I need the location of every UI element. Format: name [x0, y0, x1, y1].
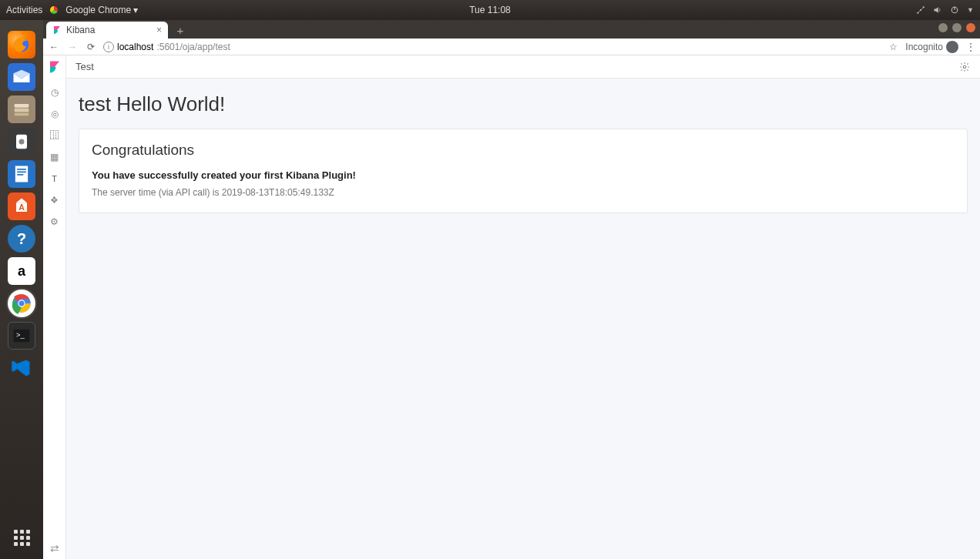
tab-close-icon[interactable]: × [156, 25, 162, 35]
site-info-icon[interactable]: i [103, 42, 114, 52]
volume-icon [933, 5, 942, 15]
svg-rect-7 [15, 109, 29, 112]
address-bar[interactable]: i localhost:5601/oja/app/test [103, 42, 883, 52]
svg-rect-12 [17, 169, 26, 170]
chrome-window: Kibana × + ← → ⟳ i localhost:5601/oja/ap… [43, 20, 980, 559]
nav-management[interactable]: ⚙ [49, 216, 61, 228]
tab-strip: Kibana × + [43, 20, 980, 38]
window-maximize[interactable] [952, 23, 962, 32]
nav-forward-button[interactable]: → [66, 42, 79, 52]
svg-rect-13 [17, 172, 26, 173]
activities-button[interactable]: Activities [6, 5, 42, 15]
svg-text:>_: >_ [16, 331, 25, 339]
power-icon [950, 5, 959, 15]
svg-point-19 [19, 301, 25, 306]
tab-title: Kibana [66, 25, 95, 35]
dock-files[interactable] [8, 95, 35, 123]
panel-server-time: The server time (via API call) is 2019-0… [92, 187, 955, 198]
url-host: localhost [117, 42, 153, 52]
dock-firefox[interactable] [8, 31, 35, 59]
clock[interactable]: Tue 11:08 [469, 5, 511, 15]
svg-point-10 [19, 139, 25, 145]
nav-recent[interactable]: ◷ [49, 86, 61, 99]
svg-point-22 [963, 65, 966, 69]
kibana-logo[interactable] [43, 55, 66, 79]
incognito-label: Incognito [905, 42, 943, 52]
chevron-down-icon: ▼ [967, 6, 974, 14]
nav-back-button[interactable]: ← [48, 42, 60, 52]
url-path: :5601/oja/app/test [156, 42, 230, 52]
dock-terminal[interactable]: >_ [8, 322, 35, 350]
chrome-menu-button[interactable]: ⋮ [966, 42, 975, 52]
page-title: test Hello World! [79, 92, 968, 116]
dock-chrome[interactable] [8, 290, 35, 317]
nav-visualize[interactable]: ⿲ [49, 129, 61, 142]
panel-title: Congratulations [92, 142, 955, 159]
dock-help[interactable]: ? [8, 225, 35, 253]
new-tab-button[interactable]: + [173, 22, 188, 38]
bookmark-star-icon[interactable]: ☆ [889, 42, 898, 52]
kibana-body: test Hello World! Congratulations You ha… [66, 79, 980, 559]
kibana-logo-icon [48, 60, 62, 74]
kibana-app: ◷ ◎ ⿲ ▦ T ❖ ⚙ ⇄ Test [43, 55, 980, 559]
window-minimize[interactable] [938, 23, 948, 32]
kibana-breadcrumb-bar: Test [66, 55, 980, 79]
dock-thunderbird[interactable] [8, 63, 35, 91]
nav-collapse-toggle[interactable]: ⇄ [50, 542, 59, 554]
app-menu-icon [50, 6, 58, 14]
dock-amazon[interactable]: a [8, 257, 35, 285]
svg-rect-8 [15, 113, 29, 116]
incognito-indicator[interactable]: Incognito [905, 41, 958, 53]
show-applications-button[interactable] [8, 524, 35, 551]
dock-ubuntu-software[interactable]: A [8, 192, 35, 220]
congrats-panel: Congratulations You have successfully cr… [79, 129, 968, 213]
address-bar-row: ← → ⟳ i localhost:5601/oja/app/test ☆ In… [43, 38, 980, 55]
breadcrumb[interactable]: Test [76, 61, 94, 72]
dock-app-4[interactable] [8, 128, 35, 156]
svg-text:A: A [18, 203, 25, 212]
gnome-dock: A ? a >_ [0, 20, 43, 559]
gnome-top-bar: Activities Google Chrome ▾ Tue 11:08 ▼ [0, 0, 980, 20]
tab-kibana[interactable]: Kibana × [46, 22, 168, 38]
nav-reload-button[interactable]: ⟳ [85, 42, 97, 52]
system-indicators[interactable]: ▼ [916, 5, 974, 15]
kibana-nav-rail: ◷ ◎ ⿲ ▦ T ❖ ⚙ ⇄ [43, 55, 66, 559]
window-close[interactable] [966, 23, 975, 32]
nav-dev-tools[interactable]: ❖ [49, 194, 61, 206]
network-icon [916, 5, 925, 15]
nav-test-plugin[interactable]: T [49, 172, 61, 185]
kibana-main: Test test Hello World! Congratulations Y… [66, 55, 980, 559]
svg-rect-14 [17, 174, 23, 176]
nav-discover[interactable]: ◎ [49, 108, 61, 120]
panel-message: You have successfully created your first… [92, 169, 955, 181]
gear-icon[interactable] [958, 61, 971, 73]
nav-dashboard[interactable]: ▦ [49, 151, 61, 163]
svg-rect-6 [15, 104, 29, 108]
app-menu[interactable]: Google Chrome ▾ [65, 5, 138, 15]
kibana-favicon [52, 25, 62, 35]
dock-vscode[interactable] [8, 354, 35, 382]
dock-libreoffice-writer[interactable] [8, 160, 35, 188]
incognito-icon [946, 41, 958, 53]
